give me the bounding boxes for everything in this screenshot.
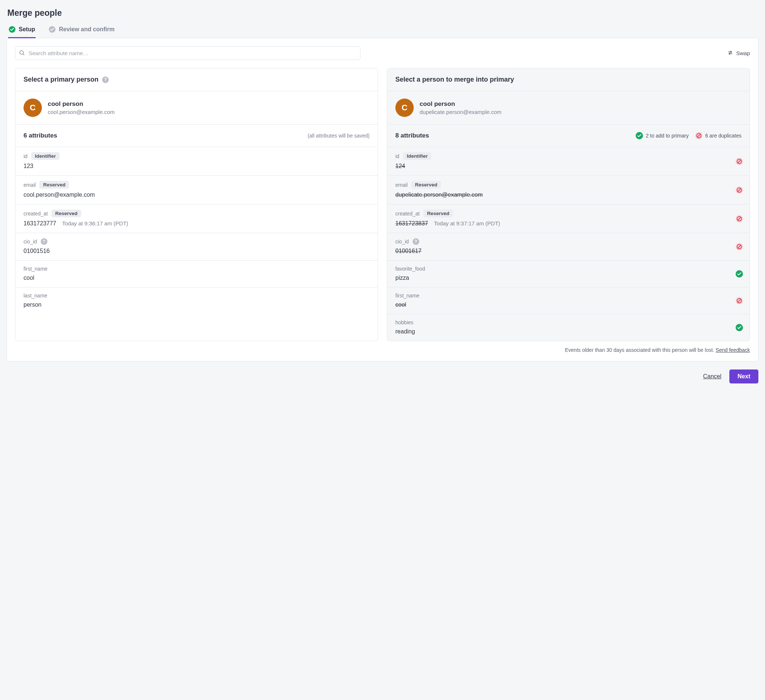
attr-count: 6 attributes [24,132,57,139]
tab-label: Setup [19,26,35,33]
attr-value: 01001516 [24,248,370,254]
attr-key: id [24,153,28,159]
attr-value: 1631723837Today at 9:37:17 am (PDT) [395,220,741,227]
swap-button[interactable]: Swap [727,50,750,57]
page-title: Merge people [7,8,759,18]
help-icon[interactable]: ? [41,238,47,245]
attr-key: email [395,182,408,188]
blocked-icon [736,297,743,304]
attr-row: idIdentifier124 [387,147,749,176]
attr-key: id [395,153,400,159]
attr-row: first_namecool [16,261,378,287]
attr-chip: Identifier [403,152,431,160]
attr-chip: Reserved [39,181,69,189]
attr-row: hobbiesreading [387,314,749,341]
attr-key: cio_id [24,239,37,244]
send-feedback-link[interactable]: Send feedback [716,347,750,353]
svg-point-2 [20,50,24,54]
tab-setup[interactable]: Setup [8,24,36,38]
svg-line-3 [23,54,24,55]
tab-review[interactable]: Review and confirm [48,24,115,38]
search-icon [19,50,25,57]
blocked-icon [736,215,743,222]
attr-chip: Reserved [423,210,453,217]
primary-card: Select a primary person ? C cool person … [15,68,378,341]
attr-row: cio_id?01001516 [16,233,378,261]
attr-key: email [24,182,36,188]
avatar: C [24,99,42,117]
attr-value: pizza [395,274,741,281]
blocked-icon [736,243,743,251]
help-icon[interactable]: ? [102,76,109,83]
attr-value: 124 [395,163,741,169]
attr-key: created_at [24,211,48,216]
avatar: C [395,99,414,117]
attr-row: idIdentifier123 [16,147,378,176]
attr-row: created_atReserved1631723777Today at 9:3… [16,204,378,233]
secondary-header: Select a person to merge into primary [395,76,514,84]
tab-label: Review and confirm [59,26,114,33]
attr-row: emailReserveddupelicate.person@example.c… [387,176,749,204]
primary-header: Select a primary person [24,76,99,84]
help-icon[interactable]: ? [412,238,419,245]
attr-row: last_nameperson [16,287,378,314]
attr-note: (all attributes will be saved) [307,133,370,139]
check-circle-icon [9,26,16,33]
attr-row: favorite_foodpizza [387,261,749,287]
person-email: dupelicate.person@example.com [420,109,502,115]
attr-row: first_namecool [387,287,749,314]
attr-count: 8 attributes [395,132,429,139]
attr-key: cio_id [395,239,409,244]
check-circle-icon [736,270,743,277]
attr-chip: Reserved [411,181,441,189]
attr-key: first_name [24,266,47,272]
cancel-button[interactable]: Cancel [703,373,722,380]
attr-value: cool.person@example.com [24,192,370,198]
badge-add: 2 to add to primary [636,132,689,139]
swap-icon [727,50,733,57]
badge-duplicate: 6 are duplicates [695,132,741,139]
attr-row: created_atReserved1631723837Today at 9:3… [387,204,749,233]
tabs: Setup Review and confirm [6,21,759,38]
attr-value: 123 [24,163,370,169]
attr-key: created_at [395,211,420,216]
blocked-icon [736,186,743,194]
attr-value: person [24,301,370,308]
person-name: cool person [48,100,115,108]
attr-value: reading [395,328,741,335]
blocked-icon [736,158,743,165]
attr-key: favorite_food [395,266,425,272]
attr-value: cool [24,274,370,281]
attr-key: hobbies [395,320,413,325]
secondary-card: Select a person to merge into primary C … [387,68,750,341]
person-name: cool person [420,100,502,108]
attr-chip: Identifier [31,152,60,160]
check-circle-icon [736,324,743,331]
attr-key: first_name [395,293,419,298]
next-button[interactable]: Next [729,369,759,383]
attr-key: last_name [24,293,47,298]
attr-row: cio_id?01001617 [387,233,749,261]
attr-value: cool [395,301,741,308]
attr-row: emailReservedcool.person@example.com [16,176,378,204]
check-circle-icon [49,26,55,33]
swap-label: Swap [736,50,750,56]
footer-note: Events older than 30 days associated wit… [15,347,750,353]
search-input[interactable] [15,46,360,60]
attr-chip: Reserved [52,210,81,217]
attr-value: dupelicate.person@example.com [395,192,741,198]
person-email: cool.person@example.com [48,109,115,115]
attr-value: 01001617 [395,248,741,254]
attr-value: 1631723777Today at 9:36:17 am (PDT) [24,220,370,227]
